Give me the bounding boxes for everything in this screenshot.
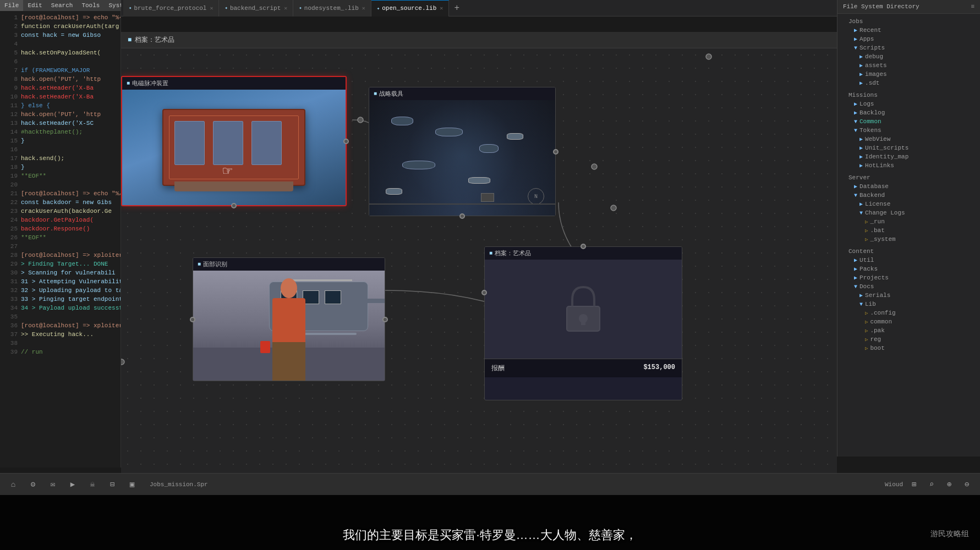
fs-item-images[interactable]: ▶images [837, 70, 980, 79]
code-line: 5 hack.setOnPayloadSent( [0, 48, 121, 57]
fs-item-scripts[interactable]: ▼Scripts [837, 43, 980, 52]
bottom-pad-icon[interactable]: ▣ [125, 478, 139, 491]
bottom-play-icon[interactable]: ▶ [66, 478, 79, 491]
tab-close-backend[interactable]: ✕ [284, 5, 287, 12]
fs-file-config[interactable]: ▷.config [837, 309, 980, 317]
drone-1 [391, 117, 413, 125]
code-line: 33 33 > Pinging target endpoint... [0, 295, 121, 304]
card-emp-icon: ■ [127, 80, 130, 86]
fs-item-common[interactable]: ▼Common [837, 117, 980, 126]
bottom-home-icon[interactable]: ⌂ [7, 478, 20, 491]
fs-item-bat[interactable]: ▷.bat [837, 226, 980, 235]
bottom-zoom-icon[interactable]: ⊕ [943, 478, 956, 491]
fs-item-assets[interactable]: ▶assets [837, 61, 980, 70]
fs-item-debug[interactable]: ▶debug [837, 52, 980, 61]
filesystem-toggle[interactable]: ≡ [971, 3, 974, 10]
bottom-settings-icon[interactable]: ⚙ [26, 478, 40, 491]
fs-item-hotlinks[interactable]: ▶HotLinks [837, 161, 980, 170]
fs-item-apps[interactable]: ▶Apps [837, 35, 980, 43]
code-line: 34 34 > Payload upload successfu [0, 304, 121, 312]
fs-item-webview[interactable]: ▶WebView [837, 135, 980, 144]
canvas-title: 档案：艺术品 [135, 35, 174, 45]
fs-item-packs[interactable]: ▶Packs [837, 265, 980, 273]
code-line: 39// run [0, 348, 121, 356]
fs-item-backlog[interactable]: ▶Backlog [837, 108, 980, 117]
fs-folder-common: ▼ [854, 119, 857, 125]
fs-icon-common: ▷ [865, 319, 868, 325]
fs-file-common[interactable]: ▷common [837, 317, 980, 326]
card-face-icon: ■ [198, 261, 201, 267]
connector-right [343, 139, 349, 144]
fs-item-sdt[interactable]: ▶.sdt [837, 79, 980, 87]
fs-item-lib[interactable]: ▼Lib [837, 300, 980, 309]
tab-nodesystem[interactable]: ✦ nodesystem_.lib ✕ [293, 0, 371, 16]
fs-file-reg[interactable]: ▷reg [837, 335, 980, 344]
fs-file-run: ▷ [865, 219, 868, 225]
tab-add-button[interactable]: + [449, 0, 464, 16]
fs-folder-sdt: ▶ [859, 80, 863, 86]
tab-close-open[interactable]: ✕ [440, 5, 443, 12]
fs-item-recent[interactable]: ▶Recent [837, 26, 980, 35]
card-artwork[interactable]: ■ 档案：艺术品 报酬 $153,000 [484, 246, 682, 400]
code-line: 36[root@localhost] => xploiter - [0, 321, 121, 330]
bottom-grid-icon[interactable]: ⊞ [907, 478, 921, 491]
card-artwork-title: 档案：艺术品 [495, 249, 531, 257]
fs-icon-reg: ▷ [865, 337, 868, 343]
tab-close-brute[interactable]: ✕ [210, 5, 213, 12]
fs-item-license[interactable]: ▶License [837, 200, 980, 208]
fs-item-system[interactable]: ▷_system [837, 235, 980, 244]
fs-item-changelogs[interactable]: ▼Change Logs [837, 208, 980, 217]
watermark: 游民攻略组 [930, 529, 969, 539]
connector-strategic-right [553, 149, 559, 155]
card-strategic[interactable]: ■ 战略载具 N [369, 87, 556, 216]
fs-file-system: ▷ [865, 237, 868, 243]
filesystem-header: File System Directory ≡ [837, 0, 980, 14]
code-editor[interactable]: 1[root@localhost] => echo "%{2function c… [0, 11, 121, 359]
artwork-locked-area [485, 260, 682, 359]
menu-file[interactable]: File [0, 0, 23, 11]
bottom-email-icon[interactable]: ✉ [46, 478, 59, 491]
fs-item-projects[interactable]: ▶Projects [837, 273, 980, 282]
card-emp-header: ■ 电磁脉冲装置 [122, 77, 346, 90]
fs-item-run[interactable]: ▷_run [837, 217, 980, 226]
fs-item-identity-map[interactable]: ▶Identity_map [837, 152, 980, 161]
connector-artwork-top [581, 244, 586, 249]
canvas-area[interactable]: ■ 电磁脉冲装置 ☞ ■ [121, 48, 837, 495]
tab-brute-force[interactable]: ✦ brute_force_protocol ✕ [123, 0, 219, 16]
fs-folder-unit-scripts: ▶ [859, 145, 863, 151]
tab-backend[interactable]: ✦ backend_script ✕ [219, 0, 293, 16]
bottom-skull-icon[interactable]: ☠ [86, 478, 99, 491]
tab-opensource[interactable]: ✦ open_source.lib ✕ [371, 0, 449, 16]
fs-folder-serials: ▶ [859, 292, 863, 299]
tab-close-node[interactable]: ✕ [362, 5, 365, 12]
bottom-toolbar: ⌂ ⚙ ✉ ▶ ☠ ⊟ ▣ Jobs_mission.Spr Wioud ⊞ ⌕… [0, 473, 980, 495]
menu-search[interactable]: Search [47, 0, 78, 11]
code-line: 2function crackUserAuth(targ [0, 22, 121, 31]
fs-item-docs[interactable]: ▼Docs [837, 282, 980, 291]
fs-item-database[interactable]: ▶Database [837, 182, 980, 191]
card-strategic-image: N [369, 100, 555, 216]
fs-label-content: Content [837, 247, 980, 256]
fs-file-pak[interactable]: ▷.pak [837, 326, 980, 335]
menu-edit[interactable]: Edit [23, 0, 46, 11]
bottom-terminal-icon[interactable]: ⊟ [106, 478, 119, 491]
menu-tools[interactable]: Tools [77, 0, 104, 11]
bottom-search-icon[interactable]: ⌕ [925, 478, 938, 491]
card-emp[interactable]: ■ 电磁脉冲装置 ☞ [121, 76, 347, 206]
fs-item-unit-scripts[interactable]: ▶Unit_scripts [837, 144, 980, 152]
fs-folder-apps: ▶ [854, 36, 857, 42]
fs-item-serials[interactable]: ▶Serials [837, 291, 980, 300]
fs-folder-util: ▶ [854, 257, 857, 263]
bottom-minimize-icon[interactable]: ⊖ [960, 478, 973, 491]
fs-file-boot[interactable]: ▷boot [837, 344, 980, 353]
fs-item-tokens[interactable]: ▼Tokens [837, 126, 980, 135]
status-text: Jobs_mission.Spr [150, 481, 208, 488]
code-line: 35 [0, 312, 121, 321]
fs-item-logs[interactable]: ▶Logs [837, 100, 980, 108]
fs-item-util[interactable]: ▶Util [837, 256, 980, 265]
fs-folder-debug: ▶ [859, 53, 863, 60]
fs-item-backend[interactable]: ▼Backend [837, 191, 980, 200]
code-line: 1[root@localhost] => echo "%{ [0, 13, 121, 22]
fs-folder-identity-map: ▶ [859, 153, 863, 160]
card-face[interactable]: ■ 面部识别 [193, 257, 385, 381]
